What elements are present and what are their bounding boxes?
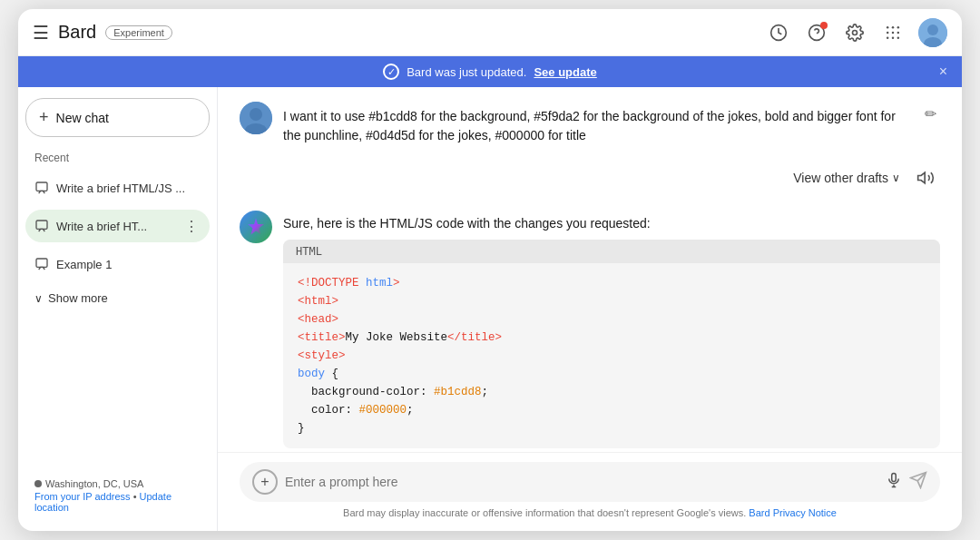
- svg-point-4: [887, 25, 889, 28]
- bard-avatar: [240, 211, 272, 243]
- prompt-input[interactable]: [285, 475, 878, 489]
- ip-row: From your IP address • Update location: [34, 491, 201, 513]
- sidebar-item-2-menu[interactable]: ⋮: [182, 217, 201, 235]
- apps-icon[interactable]: [880, 20, 906, 45]
- notification-dot: [820, 22, 828, 29]
- banner-text: Bard was just updated.: [407, 65, 526, 79]
- experiment-badge: Experiment: [105, 25, 172, 40]
- svg-point-11: [892, 36, 895, 39]
- recent-label: Recent: [25, 144, 210, 166]
- drafts-row: View other drafts ∨: [240, 160, 940, 196]
- chat-messages: I want it to use #b1cdd8 for the backgro…: [218, 87, 962, 452]
- show-more-label: Show more: [48, 291, 108, 305]
- code-line-4: <title>My Joke Website</title>: [298, 329, 926, 347]
- svg-point-9: [897, 31, 900, 34]
- sidebar-item-3[interactable]: Example 1: [25, 250, 210, 279]
- see-update-link[interactable]: See update: [534, 65, 596, 79]
- sidebar-item-2-text: Write a brief HT...: [56, 220, 175, 233]
- location-dot-icon: [34, 480, 42, 487]
- banner-close-button[interactable]: ×: [939, 64, 947, 80]
- user-message-avatar: [240, 102, 272, 134]
- code-line-5: <style>: [298, 347, 926, 365]
- add-button[interactable]: +: [252, 469, 278, 495]
- ip-link[interactable]: From your IP address: [34, 491, 131, 502]
- sidebar: + New chat Recent Write a brief HTML/JS …: [18, 87, 218, 531]
- code-line-6: body {: [298, 365, 926, 383]
- code-line-1: <!DOCTYPE html>: [298, 274, 926, 292]
- history-icon[interactable]: [766, 20, 791, 45]
- disclaimer: Bard may display inaccurate or offensive…: [240, 502, 940, 525]
- svg-rect-17: [36, 221, 47, 229]
- svg-point-5: [892, 25, 895, 28]
- header: ☰ Bard Experiment: [18, 9, 962, 56]
- header-left: ☰ Bard Experiment: [33, 22, 766, 44]
- new-chat-button[interactable]: + New chat: [25, 98, 210, 137]
- chat-icon-1: [34, 181, 49, 195]
- input-area: +: [218, 452, 962, 531]
- main-area: + New chat Recent Write a brief HTML/JS …: [18, 87, 962, 531]
- app-logo: Bard: [58, 22, 96, 43]
- chat-icon-2: [34, 219, 49, 233]
- chevron-down-icon: ∨: [892, 172, 900, 184]
- update-banner: ✓ Bard was just updated. See update ×: [18, 56, 962, 87]
- svg-point-3: [853, 30, 858, 34]
- chevron-down-icon: ∨: [34, 292, 43, 305]
- sidebar-item-3-text: Example 1: [56, 258, 201, 271]
- send-button[interactable]: [909, 471, 927, 494]
- view-drafts-label: View other drafts: [793, 171, 888, 185]
- input-row: +: [240, 462, 940, 502]
- sidebar-item-2[interactable]: Write a brief HT... ⋮: [25, 210, 210, 242]
- code-line-2: <html>: [298, 292, 926, 310]
- sidebar-footer: Washington, DC, USA From your IP address…: [25, 471, 210, 520]
- disclaimer-text: Bard may display inaccurate or offensive…: [343, 507, 746, 518]
- svg-marker-22: [918, 172, 926, 183]
- separator: •: [133, 491, 140, 502]
- code-header: HTML: [283, 240, 940, 263]
- help-icon[interactable]: [804, 20, 829, 45]
- svg-point-12: [897, 36, 900, 39]
- chat-area: I want it to use #b1cdd8 for the backgro…: [218, 87, 962, 531]
- code-body: <!DOCTYPE html> <html> <head> <title>My …: [283, 263, 940, 448]
- code-line-9: }: [298, 419, 926, 437]
- new-chat-label: New chat: [56, 111, 109, 125]
- svg-point-20: [250, 108, 262, 121]
- bard-intro-text: Sure, here is the HTML/JS code with the …: [283, 211, 940, 231]
- show-more-button[interactable]: ∨ Show more: [25, 286, 210, 310]
- user-message-text: I want it to use #b1cdd8 for the backgro…: [283, 102, 910, 145]
- bard-message: Sure, here is the HTML/JS code with the …: [240, 211, 940, 448]
- user-message: I want it to use #b1cdd8 for the backgro…: [240, 102, 940, 145]
- code-line-8: color: #000000;: [298, 401, 926, 419]
- code-line-3: <head>: [298, 310, 926, 329]
- svg-point-6: [897, 25, 900, 28]
- app-window: ☰ Bard Experiment: [18, 9, 962, 531]
- header-right: [766, 18, 947, 47]
- svg-rect-23: [892, 473, 897, 481]
- chat-icon-3: [34, 257, 49, 271]
- mic-icon[interactable]: [886, 472, 902, 493]
- location-row: Washington, DC, USA: [34, 478, 201, 489]
- sidebar-item-1[interactable]: Write a brief HTML/JS ...: [25, 173, 210, 202]
- settings-icon[interactable]: [842, 20, 867, 45]
- svg-point-14: [927, 25, 938, 35]
- view-drafts-button[interactable]: View other drafts ∨: [793, 171, 900, 185]
- plus-icon: +: [39, 108, 49, 127]
- privacy-link[interactable]: Bard Privacy Notice: [749, 507, 837, 518]
- sidebar-item-1-text: Write a brief HTML/JS ...: [56, 182, 201, 195]
- banner-check-icon: ✓: [383, 64, 399, 80]
- svg-point-10: [887, 36, 889, 39]
- speaker-icon[interactable]: [911, 163, 940, 192]
- location-text: Washington, DC, USA: [45, 478, 143, 489]
- edit-icon[interactable]: ✏: [921, 102, 940, 126]
- hamburger-icon[interactable]: ☰: [33, 22, 49, 44]
- svg-point-8: [892, 31, 895, 34]
- code-block: HTML <!DOCTYPE html> <html> <head> <titl…: [283, 240, 940, 448]
- bard-content: Sure, here is the HTML/JS code with the …: [283, 211, 940, 448]
- svg-point-7: [887, 31, 889, 34]
- svg-rect-16: [36, 182, 47, 191]
- user-avatar[interactable]: [918, 18, 947, 47]
- svg-rect-18: [36, 259, 47, 267]
- code-line-7: background-color: #b1cdd8;: [298, 383, 926, 401]
